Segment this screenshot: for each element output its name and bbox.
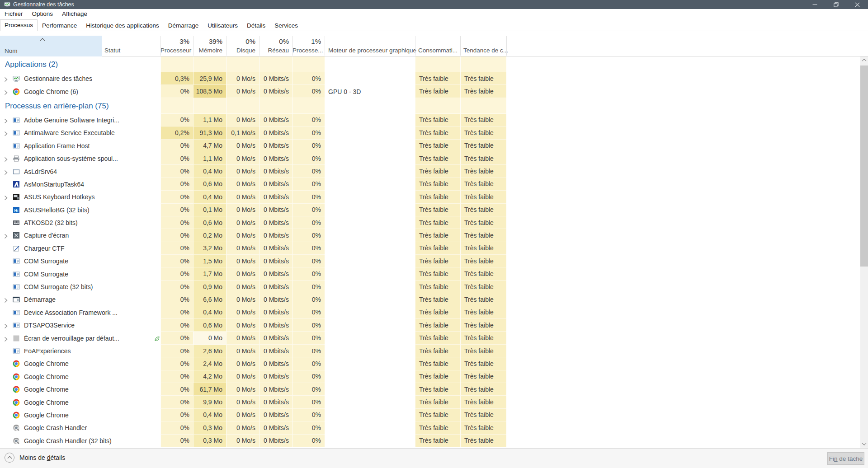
gpu-cell: 0% xyxy=(292,421,325,434)
expand-chevron-icon[interactable] xyxy=(4,169,8,174)
process-row[interactable]: 0%0,9 Mo0 Mo/s0 Mbits/s0%Très faibleTrès… xyxy=(0,281,860,293)
expand-chevron-icon[interactable] xyxy=(4,89,8,94)
trd-cell: Très faible xyxy=(460,267,506,280)
process-row[interactable]: 0%1,1 Mo0 Mo/s0 Mbits/s0%Très faibleTrès… xyxy=(0,152,860,165)
mem-cell: 4,2 Mo xyxy=(193,370,226,383)
process-row[interactable]: 0%3,2 Mo0 Mo/s0 Mbits/s0%Très faibleTrès… xyxy=(0,242,860,255)
scroll-up-button[interactable] xyxy=(860,56,868,64)
mem-cell: 0,4 Mo xyxy=(193,191,226,203)
process-row[interactable]: 0%1,5 Mo0 Mo/s0 Mbits/s0%Très faibleTrès… xyxy=(0,255,860,267)
column-header-statut[interactable]: Statut xyxy=(104,47,120,54)
expand-chevron-icon[interactable] xyxy=(4,336,8,341)
cpu-cell: 0,3% xyxy=(160,72,193,85)
scrollbar-thumb[interactable] xyxy=(860,66,868,267)
disk-cell: 0 Mo/s xyxy=(226,140,259,152)
process-row[interactable]: 0%2,6 Mo0 Mo/s0 Mbits/s0%Très faibleTrès… xyxy=(0,345,860,357)
column-header-consommation[interactable]: Consommati... xyxy=(418,47,458,54)
column-header-memoire[interactable]: Mémoire xyxy=(193,47,222,54)
process-row[interactable]: 0%4,7 Mo0 Mo/s0 Mbits/s0%Très faibleTrès… xyxy=(0,140,860,152)
tab-services[interactable]: Services xyxy=(270,20,302,31)
less-details-toggle[interactable]: Moins de détails xyxy=(5,453,65,463)
disk-cell: 0 Mo/s xyxy=(226,255,259,267)
process-row[interactable]: 0%108,5 Mo0 Mo/s0 Mbits/s0%GPU 0 - 3DTrè… xyxy=(0,85,860,98)
mem-cell: 61,7 Mo xyxy=(193,383,226,396)
minimize-button[interactable] xyxy=(804,0,826,9)
cpu-cell: 0% xyxy=(160,140,193,152)
expand-chevron-icon[interactable] xyxy=(4,76,8,81)
process-row[interactable]: 0%0,4 Mo0 Mo/s0 Mbits/s0%Très faibleTrès… xyxy=(0,165,860,178)
tab-utilisateurs[interactable]: Utilisateurs xyxy=(203,20,242,31)
gpu-cell: 0% xyxy=(292,85,325,98)
expand-chevron-icon[interactable] xyxy=(4,297,8,302)
section-header-row[interactable]: Applications (2) xyxy=(0,56,860,72)
disk-cell: 0 Mo/s xyxy=(226,204,259,216)
column-header-reseau[interactable]: Réseau xyxy=(259,47,289,54)
tab-demarrage[interactable]: Démarrage xyxy=(164,20,203,31)
process-row[interactable]: 0%1,7 Mo0 Mo/s0 Mbits/s0%Très faibleTrès… xyxy=(0,267,860,280)
process-row[interactable]: 0%6,6 Mo0 Mo/s0 Mbits/s0%Très faibleTrès… xyxy=(0,293,860,306)
mem-cell: 108,5 Mo xyxy=(193,85,226,98)
window-icon xyxy=(13,257,20,265)
trd-cell: Très faible xyxy=(460,152,506,165)
process-name: Capture d'écran xyxy=(24,232,69,239)
tab-performance[interactable]: Performance xyxy=(38,20,81,31)
trd-cell: Très faible xyxy=(460,165,506,178)
process-row[interactable]: 0%0,4 Mo0 Mo/s0 Mbits/s0%Très faibleTrès… xyxy=(0,409,860,421)
process-row[interactable]: 0%2,4 Mo0 Mo/s0 Mbits/s0%Très faibleTrès… xyxy=(0,357,860,370)
expand-chevron-icon[interactable] xyxy=(4,233,8,238)
menu-item-affichage[interactable]: Affichage xyxy=(57,10,92,17)
process-row[interactable]: 0%0,3 Mo0 Mo/s0 Mbits/s0%Très faibleTrès… xyxy=(0,421,860,434)
process-row[interactable]: 0%0,4 Mo0 Mo/s0 Mbits/s0%Très faibleTrès… xyxy=(0,306,860,319)
mem-cell: 0,1 Mo xyxy=(193,204,226,216)
section-header-row[interactable]: Processus en arrière-plan (75) xyxy=(0,98,860,114)
expand-chevron-icon[interactable] xyxy=(4,323,8,328)
end-task-button[interactable]: Fin de tâche xyxy=(827,452,864,465)
disk-cell: 0 Mo/s xyxy=(226,421,259,434)
pow-cell: Très faible xyxy=(415,396,460,408)
process-row[interactable]: 0%1,1 Mo0 Mo/s0 Mbits/s0%Très faibleTrès… xyxy=(0,114,860,126)
column-header-processeur[interactable]: Processeur xyxy=(160,47,189,54)
process-list: Applications (2)0,3%25,9 Mo0 Mo/s0 Mbits… xyxy=(0,56,860,448)
process-row[interactable]: 0,2%91,3 Mo0,1 Mo/s0 Mbits/s0%Très faibl… xyxy=(0,126,860,139)
process-row[interactable]: 0%4,2 Mo0 Mo/s0 Mbits/s0%Très faibleTrès… xyxy=(0,370,860,383)
process-row[interactable]: 0%0,1 Mo0 Mo/s0 Mbits/s0%Très faibleTrès… xyxy=(0,204,860,216)
gpu-cell: 0% xyxy=(292,152,325,165)
expand-chevron-icon[interactable] xyxy=(4,156,8,161)
process-row[interactable]: 0%61,7 Mo0 Mo/s0 Mbits/s0%Très faibleTrè… xyxy=(0,383,860,396)
pow-cell: Très faible xyxy=(415,345,460,357)
vertical-scrollbar[interactable] xyxy=(860,56,868,448)
expand-chevron-icon[interactable] xyxy=(4,130,8,136)
close-button[interactable] xyxy=(847,0,868,9)
process-row[interactable]: 0%0,6 Mo0 Mo/s0 Mbits/s0%Très faibleTrès… xyxy=(0,319,860,332)
menu-item-fichier[interactable]: Fichier xyxy=(0,10,28,17)
restore-button[interactable] xyxy=(826,0,847,9)
column-header-tendance[interactable]: Tendance de c... xyxy=(463,47,508,54)
tab-details[interactable]: Détails xyxy=(242,20,270,31)
mem-cell: 0,4 Mo xyxy=(193,409,226,421)
column-header-moteur-gpu[interactable]: Moteur de processeur graphique xyxy=(328,47,416,54)
tab-processus[interactable]: Processus xyxy=(0,19,38,31)
column-header-nom[interactable]: Nom xyxy=(0,36,102,56)
process-row[interactable]: 0%0,4 Mo0 Mo/s0 Mbits/s0%Très faibleTrès… xyxy=(0,191,860,203)
menu-item-options[interactable]: Options xyxy=(28,10,58,17)
scroll-down-button[interactable] xyxy=(860,440,868,448)
expand-chevron-icon[interactable] xyxy=(4,194,8,200)
net-cell: 0 Mbits/s xyxy=(259,421,292,434)
disk-cell: 0 Mo/s xyxy=(226,345,259,357)
process-row[interactable]: 0,3%25,9 Mo0 Mo/s0 Mbits/s0%Très faibleT… xyxy=(0,72,860,85)
net-cell: 0 Mbits/s xyxy=(259,242,292,255)
process-row[interactable]: 0%9,9 Mo0 Mo/s0 Mbits/s0%Très faibleTrès… xyxy=(0,396,860,408)
process-row[interactable]: 0%0,2 Mo0 Mo/s0 Mbits/s0%Très faibleTrès… xyxy=(0,229,860,242)
mem-cell: 1,1 Mo xyxy=(193,114,226,126)
process-row[interactable]: 0%0,6 Mo0 Mo/s0 Mbits/s0%Très faibleTrès… xyxy=(0,216,860,229)
process-row[interactable]: 0%0,6 Mo0 Mo/s0 Mbits/s0%Très faibleTrès… xyxy=(0,178,860,191)
column-header-processeur-graphique[interactable]: Processe... xyxy=(292,47,321,54)
process-row[interactable]: 0%0 Mo0 Mo/s0 Mbits/s0%Très faibleTrès f… xyxy=(0,332,860,344)
expand-chevron-icon[interactable] xyxy=(4,117,8,123)
process-row[interactable]: 0%0,3 Mo0 Mo/s0 Mbits/s0%Très faibleTrès… xyxy=(0,435,860,447)
net-cell: 0 Mbits/s xyxy=(259,306,292,319)
tab-historique[interactable]: Historique des applications xyxy=(81,20,163,31)
gpu-cell: 0% xyxy=(292,165,325,178)
column-header-disque[interactable]: Disque xyxy=(226,47,255,54)
chrome-icon xyxy=(13,373,20,380)
